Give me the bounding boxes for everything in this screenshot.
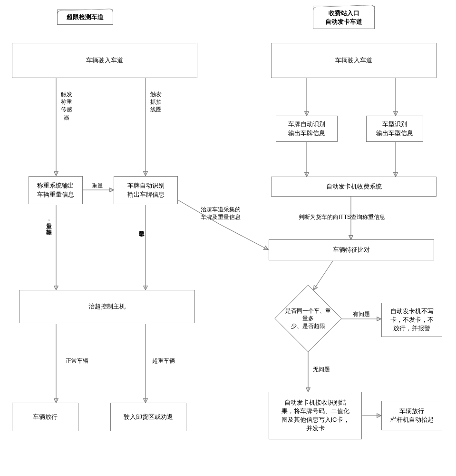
compare-box: 车辆特征比对 [269, 239, 434, 260]
svg-line-12 [314, 261, 333, 289]
gate-text: 车辆放行 栏杆机自动抬起 [390, 407, 434, 424]
left-lpr-box: 车牌自动识别 输出车牌信息 [114, 176, 178, 204]
problem-label: 有问题 [353, 310, 370, 318]
host-text: 治超控制主机 [88, 302, 126, 311]
alarm-text: 自动发卡机不写 卡，不发卡，不 放行，并报警 [390, 307, 434, 333]
left-lpr-text: 车牌自动识别 输出车牌信息 [127, 181, 165, 198]
release-text: 车辆放行 [33, 413, 58, 421]
over-vehicle-label: 超重车辆 [152, 357, 175, 365]
left-entry-box: 车辆驶入车道 [12, 43, 197, 78]
left-title: 超限检测车道 [57, 10, 113, 25]
vehtype-box: 车型识别 输出车型信息 [366, 116, 423, 142]
write-card-box: 自动发卡机接收识别结 果，将车牌号码、二值化 图及其他信息写入IC卡， 并发卡 [269, 392, 362, 439]
right-title-text: 收费站入口 自动发卡车道 [325, 10, 362, 25]
weight-axle-label: 重量，轴型等 [45, 219, 53, 225]
auto-card-text: 自动发卡机收费系统 [326, 182, 382, 191]
reject-text: 驶入卸货区或劝返 [124, 413, 173, 421]
write-card-text: 自动发卡机接收识别结 果，将车牌号码、二值化 图及其他信息写入IC卡， 并发卡 [281, 398, 349, 433]
cross-link-label: 治超车道采集的 车牌及重量信息 [201, 206, 241, 221]
auto-card-box: 自动发卡机收费系统 [271, 177, 437, 197]
query-label: 判断为货车的向ITTS查询称重信息 [299, 213, 385, 221]
vehtype-text: 车型识别 输出车型信息 [376, 120, 413, 137]
reject-box: 驶入卸货区或劝返 [110, 403, 186, 431]
decision-diamond: 是否同一个车、重量多 少、是否超限 [274, 285, 341, 352]
right-entry-box: 车辆驶入车道 [271, 43, 437, 78]
no-problem-label: 无问题 [313, 366, 330, 373]
decision-text: 是否同一个车、重量多 少、是否超限 [285, 307, 331, 330]
host-box: 治超控制主机 [19, 290, 195, 323]
compare-text: 车辆特征比对 [333, 246, 370, 254]
normal-vehicle-label: 正常车辆 [66, 357, 88, 365]
weigh-output-box: 称重系统输出 车辆重量信息 [29, 176, 83, 204]
gate-box: 车辆放行 栏杆机自动抬起 [381, 401, 442, 430]
weigh-output-text: 称重系统输出 车辆重量信息 [37, 181, 74, 198]
alarm-box: 自动发卡机不写 卡，不发卡，不 放行，并报警 [381, 303, 442, 337]
right-entry-text: 车辆驶入车道 [335, 56, 372, 65]
weight-arrow-label: 重量 [92, 182, 103, 189]
trigger-camera-label: 触发 抓拍 线圈 [150, 90, 162, 114]
release-box: 车辆放行 [12, 403, 78, 431]
right-title: 收费站入口 自动发卡车道 [313, 6, 375, 29]
trigger-weight-label: 触发 称重 传感 器 [61, 90, 72, 121]
right-lpr-box: 车牌自动识别 输出车牌信息 [276, 116, 338, 142]
right-lpr-text: 车牌自动识别 输出车牌信息 [288, 120, 325, 137]
left-entry-text: 车辆驶入车道 [86, 56, 123, 65]
left-title-text: 超限检测车道 [67, 13, 104, 20]
